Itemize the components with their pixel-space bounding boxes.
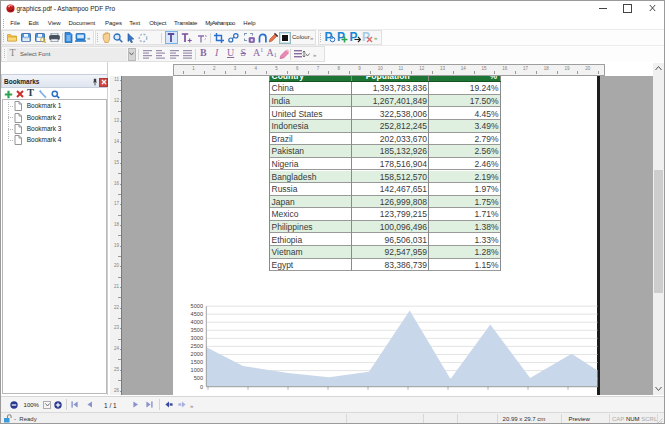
svg-text:0: 0 [200, 384, 203, 390]
svg-text:1000: 1000 [191, 367, 203, 373]
svg-text:500: 500 [194, 375, 203, 381]
svg-text:2500: 2500 [191, 343, 203, 349]
svg-text:1500: 1500 [191, 359, 203, 365]
svg-text:4000: 4000 [191, 319, 203, 325]
svg-text:5000: 5000 [191, 303, 203, 309]
svg-text:3500: 3500 [191, 327, 203, 333]
svg-text:3000: 3000 [191, 335, 203, 341]
svg-text:4500: 4500 [191, 311, 203, 317]
svg-text:2000: 2000 [191, 351, 203, 357]
